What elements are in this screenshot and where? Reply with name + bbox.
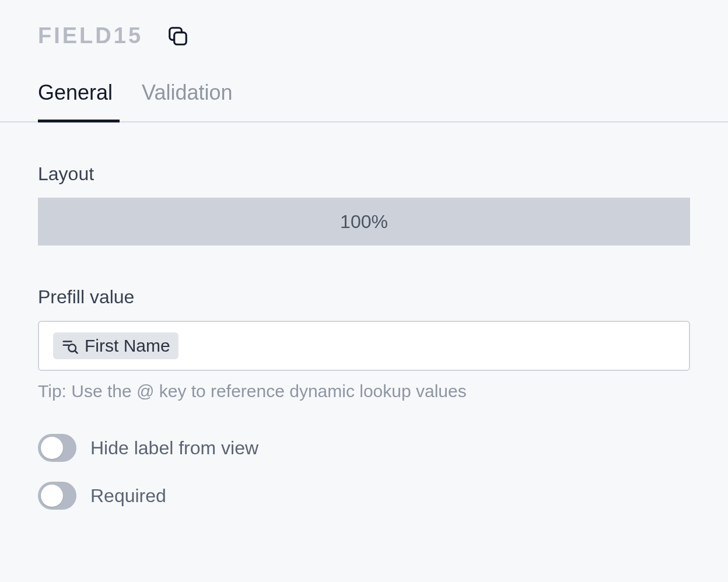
hide-label-toggle[interactable] <box>38 434 76 462</box>
copy-button[interactable] <box>166 24 190 48</box>
lookup-icon <box>61 337 79 355</box>
toggle-knob <box>41 485 63 507</box>
layout-selector[interactable]: 100% <box>38 198 690 246</box>
copy-icon <box>167 25 189 47</box>
field-code: FIELD15 <box>38 23 143 48</box>
toggle-knob <box>41 437 63 459</box>
prefill-tip: Tip: Use the @ key to reference dynamic … <box>38 381 690 401</box>
hide-label-text: Hide label from view <box>90 437 258 459</box>
layout-value: 100% <box>340 211 388 233</box>
prefill-input[interactable]: First Name <box>38 321 690 371</box>
layout-label: Layout <box>38 163 690 185</box>
lookup-token-text: First Name <box>85 336 170 356</box>
required-text: Required <box>90 485 166 507</box>
svg-rect-0 <box>174 32 187 44</box>
prefill-label: Prefill value <box>38 286 690 308</box>
tab-general[interactable]: General <box>38 80 113 122</box>
tabs: General Validation <box>0 80 728 122</box>
svg-line-4 <box>75 351 78 353</box>
required-toggle[interactable] <box>38 482 76 510</box>
tab-validation[interactable]: Validation <box>142 80 232 122</box>
lookup-token[interactable]: First Name <box>53 332 178 359</box>
